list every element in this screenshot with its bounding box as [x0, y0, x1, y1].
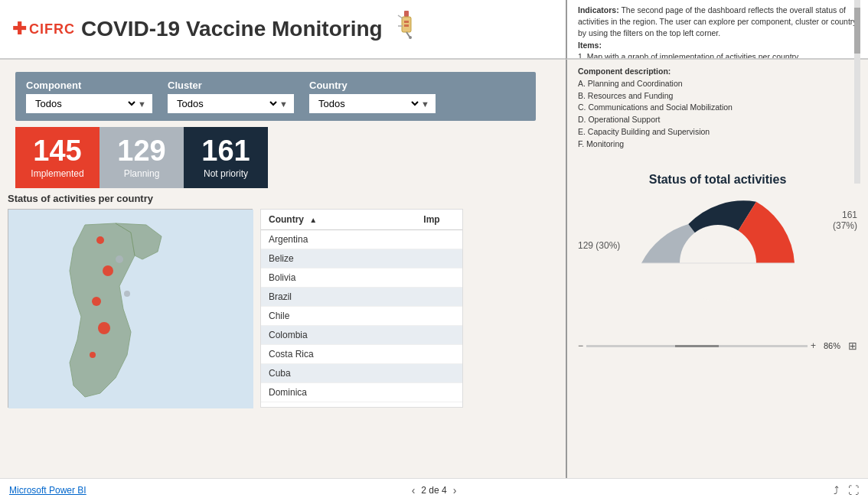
zoom-percent: 86% — [824, 341, 840, 350]
share-icon[interactable]: ⤴ — [834, 484, 839, 496]
country-select[interactable]: Todos — [315, 97, 421, 110]
right-info-text: Component description: A. Planning and C… — [578, 66, 857, 150]
stat-not-priority: 161 Not priority — [184, 127, 268, 188]
svg-line-5 — [406, 32, 410, 37]
svg-rect-4 — [404, 24, 409, 27]
prev-page-button[interactable]: ‹ — [412, 484, 416, 496]
map-area — [8, 209, 253, 408]
fullscreen-icon[interactable]: ⛶ — [848, 484, 859, 496]
country-chevron-icon: ▼ — [421, 99, 429, 109]
chart-svg — [634, 194, 802, 332]
country-imp-value — [409, 311, 455, 321]
table-row[interactable]: Costa Rica — [261, 345, 462, 364]
country-name: Costa Rica — [269, 349, 409, 359]
country-imp-value — [409, 330, 455, 340]
component-desc-label: Component description: — [578, 67, 671, 76]
table-row[interactable]: Belize — [261, 249, 462, 268]
table-row[interactable]: Dominica — [261, 383, 462, 402]
implemented-number: 145 — [29, 136, 86, 165]
info-panel-header: Indicators: The second page of the dashb… — [566, 0, 868, 60]
indicators-text: The second page of the dashboard reflect… — [578, 5, 857, 37]
ifrc-logo: ✚ CIFRC — [12, 19, 75, 39]
country-table: Country ▲ Imp ArgentinaBelizeBoliviaBraz… — [260, 209, 463, 408]
implemented-label: Implemented — [29, 168, 86, 179]
cluster-select[interactable]: Todos — [174, 97, 279, 110]
component-item: C. Communications and Social Mobilizatio… — [578, 102, 857, 114]
ifrc-text: CIFRC — [29, 21, 75, 37]
table-row[interactable]: Cuba — [261, 364, 462, 383]
next-page-button[interactable]: › — [453, 484, 457, 496]
stats-row: 145 Implemented 129 Planning 161 Not pri… — [15, 127, 291, 188]
svg-line-7 — [398, 15, 403, 18]
component-item: E. Capacity Building and Supervision — [578, 126, 857, 138]
powerbi-link[interactable]: Microsoft Power BI — [9, 485, 86, 496]
not-priority-number: 161 — [197, 136, 254, 165]
country-imp-value — [409, 272, 455, 283]
country-imp-value — [409, 368, 455, 379]
country-name: Argentina — [269, 234, 409, 245]
stat-implemented: 145 Implemented — [15, 127, 100, 188]
country-name: Dominica — [269, 387, 409, 398]
chart-container: 129 (30%) — [578, 194, 857, 332]
sort-arrow-icon[interactable]: ▲ — [309, 216, 317, 224]
country-imp-value — [409, 387, 455, 398]
component-select[interactable]: Todos — [32, 97, 138, 110]
scroll-minus-icon[interactable]: − — [578, 340, 583, 351]
scroll-plus-icon[interactable]: + — [811, 340, 816, 351]
svg-rect-0 — [404, 11, 409, 17]
page-info: 2 de 4 — [421, 485, 446, 496]
country-name: Brazil — [269, 291, 409, 302]
content-right: Component description: A. Planning and C… — [566, 60, 868, 478]
svg-point-15 — [116, 255, 123, 263]
col-country-header: Country ▲ — [269, 214, 409, 225]
country-name: Chile — [269, 311, 409, 321]
items-label: Items: — [578, 41, 602, 50]
table-row[interactable]: Colombia — [261, 326, 462, 345]
component-item: B. Resources and Funding — [578, 90, 857, 102]
items-list: 1. Map with a graph of implementation of… — [578, 51, 857, 60]
filters-section: Component Todos ▼ Cluster Todos ▼ — [15, 72, 536, 121]
table-row[interactable]: Bolivia — [261, 268, 462, 288]
chart-label-planning: 129 (30%) — [578, 240, 620, 251]
bottom-right-controls: ⤴ ⛶ — [834, 484, 859, 496]
red-cross-icon: ✚ — [12, 19, 26, 39]
table-row[interactable]: Chile — [261, 307, 462, 326]
component-filter-group: Component Todos ▼ — [26, 80, 152, 113]
country-imp-value — [409, 234, 455, 245]
chart-scrollbar[interactable]: − + 86% ⊞ — [578, 340, 857, 352]
chart-title: Status of total activities — [578, 173, 857, 187]
svg-point-12 — [92, 297, 101, 306]
svg-rect-3 — [404, 21, 409, 23]
svg-point-11 — [103, 265, 113, 276]
pagination-area: ‹ 2 de 4 › — [412, 484, 457, 496]
table-row[interactable]: Brazil — [261, 288, 462, 307]
svg-point-6 — [409, 36, 412, 39]
not-priority-label: Not priority — [197, 168, 254, 179]
country-filter-label: Country — [309, 80, 436, 91]
info-item: 1. Map with a graph of implementation of… — [578, 51, 857, 60]
scroll-track[interactable] — [586, 345, 808, 347]
cluster-label: Cluster — [168, 80, 294, 91]
country-name: Belize — [269, 253, 409, 264]
indicators-label: Indicators: — [578, 5, 619, 15]
bottom-bar: Microsoft Power BI ‹ 2 de 4 › ⤴ ⛶ — [0, 478, 868, 501]
planning-number: 129 — [113, 136, 170, 165]
component-item: D. Operational Support — [578, 114, 857, 126]
svg-point-10 — [96, 236, 104, 244]
header-left: ✚ CIFRC COVID-19 Vaccine Monitoring — [0, 0, 566, 60]
vaccine-icon — [390, 8, 429, 51]
country-table-header: Country ▲ Imp — [261, 210, 462, 230]
country-imp-value — [409, 291, 455, 302]
status-section-title: Status of activities per country — [8, 193, 558, 204]
table-row[interactable]: Argentina — [261, 230, 462, 249]
component-item: F. Monitoring — [578, 138, 857, 151]
country-imp-value — [409, 253, 455, 264]
svg-point-13 — [98, 322, 110, 334]
cluster-filter-group: Cluster Todos ▼ — [168, 80, 294, 113]
expand-icon[interactable]: ⊞ — [848, 340, 857, 352]
country-filter-group: Country Todos ▼ — [309, 80, 436, 113]
svg-point-16 — [124, 291, 130, 297]
component-label: Component — [26, 80, 152, 91]
stat-planning: 129 Planning — [100, 127, 184, 188]
country-name: Bolivia — [269, 272, 409, 283]
